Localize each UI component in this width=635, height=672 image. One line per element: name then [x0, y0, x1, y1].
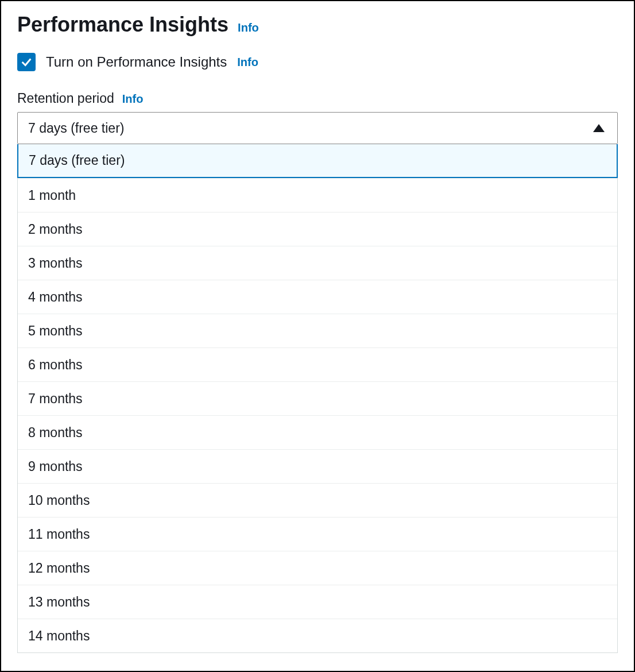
- retention-option[interactable]: 2 months: [18, 212, 617, 246]
- retention-option[interactable]: 11 months: [18, 517, 617, 551]
- retention-option[interactable]: 8 months: [18, 415, 617, 449]
- enable-checkbox-label: Turn on Performance Insights: [46, 54, 227, 70]
- retention-option[interactable]: 1 month: [18, 178, 617, 212]
- section-heading-row: Performance Insights Info: [17, 13, 618, 37]
- retention-label-row: Retention period Info: [17, 91, 618, 106]
- retention-option[interactable]: 9 months: [18, 449, 617, 483]
- check-icon: [20, 56, 33, 68]
- section-title: Performance Insights: [17, 13, 229, 37]
- retention-option[interactable]: 13 months: [18, 585, 617, 619]
- enable-info-link[interactable]: Info: [237, 56, 258, 69]
- caret-up-icon: [593, 124, 605, 132]
- retention-option[interactable]: 3 months: [18, 246, 617, 280]
- retention-option[interactable]: 7 months: [18, 381, 617, 415]
- retention-option[interactable]: 14 months: [18, 619, 617, 652]
- retention-option[interactable]: 4 months: [18, 280, 617, 314]
- retention-option[interactable]: 10 months: [18, 483, 617, 517]
- performance-insights-panel: Performance Insights Info Turn on Perfor…: [0, 0, 635, 672]
- retention-option[interactable]: 6 months: [18, 347, 617, 381]
- retention-option[interactable]: 7 days (free tier): [17, 144, 618, 178]
- retention-dropdown: 7 days (free tier)1 month2 months3 month…: [17, 144, 618, 653]
- retention-label: Retention period: [17, 91, 114, 106]
- retention-select-value: 7 days (free tier): [28, 121, 124, 136]
- retention-info-link[interactable]: Info: [122, 92, 144, 106]
- enable-checkbox[interactable]: [17, 53, 36, 71]
- retention-option[interactable]: 5 months: [18, 314, 617, 347]
- retention-option[interactable]: 12 months: [18, 551, 617, 585]
- enable-toggle-row: Turn on Performance Insights Info: [17, 53, 618, 71]
- section-info-link[interactable]: Info: [238, 21, 259, 34]
- retention-select[interactable]: 7 days (free tier): [17, 112, 618, 144]
